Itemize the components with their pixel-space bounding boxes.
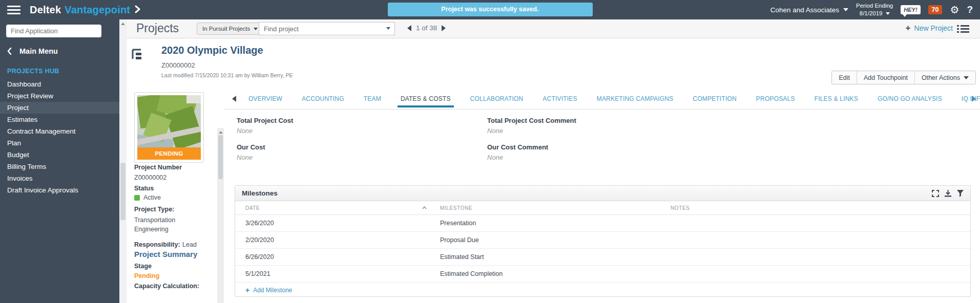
sidebar-item-budget[interactable]: Budget (0, 149, 119, 161)
sidebar-item-invoices[interactable]: Invoices (0, 172, 119, 184)
tabs-scroll-right-icon[interactable] (972, 96, 976, 102)
main-menu-back[interactable]: Main Menu (0, 40, 119, 60)
pagination-text: 1 of 38 (416, 24, 437, 32)
sidebar-item-project-review[interactable]: Project Review (0, 90, 119, 102)
project-type-value: Transportation Engineering (134, 215, 192, 234)
previous-record-icon[interactable] (407, 25, 411, 31)
period-value: 8/1/2019 (860, 10, 883, 17)
new-project-button[interactable]: + New Project (906, 24, 953, 32)
project-type-label: Project Type: (134, 206, 192, 213)
filter-icon[interactable] (957, 190, 964, 197)
hamburger-menu-icon[interactable] (7, 4, 20, 16)
sidebar-item-billing-terms[interactable]: Billing Terms (0, 161, 119, 172)
edit-button[interactable]: Edit (832, 71, 857, 84)
chevron-down-icon (964, 76, 969, 79)
next-record-icon[interactable] (442, 25, 446, 31)
project-number: Z00000002 (161, 61, 195, 69)
milestone-row[interactable]: 2/20/2020 Proposal Due (235, 232, 970, 249)
tabs: OVERVIEW ACCOUNTING TEAM DATES & COSTS C… (248, 88, 980, 110)
capacity-calculation-label: Capacity Calculation: (134, 283, 211, 290)
find-project-input[interactable] (259, 22, 395, 35)
tab-collaboration[interactable]: COLLABORATION (470, 88, 524, 110)
download-icon[interactable] (945, 190, 951, 197)
field-our-cost: Our Cost None (237, 143, 265, 161)
sidebar-item-project[interactable]: Project (0, 102, 119, 114)
sidebar-item-dashboard[interactable]: Dashboard (0, 78, 119, 90)
toast-message: Project was successfully saved. (388, 3, 593, 16)
company-dropdown[interactable]: Cohen and Associates (770, 6, 848, 14)
app-logo: Deltek Vantagepoint (30, 4, 140, 16)
other-actions-label: Other Actions (922, 74, 960, 81)
milestone-row[interactable]: 3/26/2020 Presentation (235, 215, 970, 232)
tab-team[interactable]: TEAM (364, 88, 381, 110)
project-filter-dropdown[interactable]: In Pursuit Projects (197, 23, 263, 35)
sidebar-item-draft-invoice-approvals[interactable]: Draft Invoice Approvals (0, 184, 119, 196)
chevron-down-icon (843, 8, 848, 11)
scroll-up-icon[interactable] (121, 23, 125, 25)
column-header-notes[interactable]: NOTES (671, 205, 970, 211)
alert-count-badge[interactable]: 70 (928, 5, 943, 14)
app-screen: Deltek Vantagepoint Project was successf… (0, 0, 980, 303)
tab-competition[interactable]: COMPETITION (693, 88, 737, 110)
list-view-icon[interactable] (957, 25, 969, 35)
hey-notification-icon[interactable]: HEY! (901, 5, 920, 14)
project-tabs-row: OVERVIEW ACCOUNTING TEAM DATES & COSTS C… (127, 88, 980, 110)
top-bar: Deltek Vantagepoint Project was successf… (0, 0, 980, 19)
gear-icon[interactable]: ⚙ (950, 5, 959, 15)
tab-proposals[interactable]: PROPOSALS (756, 88, 795, 110)
sidebar-item-contract-management[interactable]: Contract Management (0, 125, 119, 137)
scrollbar-thumb[interactable] (120, 163, 126, 220)
project-photo-card[interactable]: PENDING (134, 92, 204, 163)
add-milestone-label: Add Milestone (253, 287, 292, 294)
scroll-up-icon[interactable] (219, 131, 223, 134)
milestones-header: Milestones (235, 186, 970, 201)
find-application-input[interactable] (6, 25, 101, 37)
record-pagination: 1 of 38 (407, 24, 446, 32)
tab-marketing-campaigns[interactable]: MARKETING CAMPAIGNS (597, 88, 674, 110)
tab-files-links[interactable]: FILES & LINKS (815, 88, 858, 110)
column-header-milestone[interactable]: MILESTONE (440, 205, 671, 211)
field-total-project-cost: Total Project Cost None (237, 117, 293, 135)
project-thumbnail-image: PENDING (137, 95, 201, 160)
panel-scrollbar[interactable] (217, 128, 224, 303)
help-icon[interactable]: ? (967, 4, 973, 15)
tab-overview[interactable]: OVERVIEW (248, 88, 282, 110)
project-summary-panel: PENDING Project Number Z00000002 Status … (127, 88, 224, 303)
logo-secondary: Vantagepoint (65, 4, 130, 16)
topbar-right-cluster: Cohen and Associates Period Ending 8/1/2… (770, 2, 980, 17)
filter-dropdown-label: In Pursuit Projects (202, 26, 250, 32)
column-header-date[interactable]: DATE (235, 205, 440, 211)
page-header: Projects In Pursuit Projects 1 of 38 + N… (127, 19, 980, 38)
content-scrollbar[interactable] (119, 19, 127, 303)
logo-primary: Deltek (30, 4, 61, 16)
period-label: Period Ending (856, 2, 893, 10)
tab-accounting[interactable]: ACCOUNTING (302, 88, 344, 110)
dates-costs-content: Total Project Cost None Total Project Co… (224, 110, 980, 303)
scrollbar-thumb[interactable] (218, 135, 223, 179)
chevron-down-icon[interactable] (386, 27, 390, 30)
hierarchy-icon[interactable] (131, 49, 143, 62)
milestone-row[interactable]: 6/26/2020 Estimated Start (235, 249, 970, 266)
field-total-project-cost-comment: Total Project Cost Comment None (487, 117, 576, 135)
other-actions-button[interactable]: Other Actions (914, 71, 975, 84)
project-summary-link[interactable]: Project Summary (134, 250, 211, 258)
add-milestone-button[interactable]: + Add Milestone (235, 283, 970, 297)
field-our-cost-comment: Our Cost Comment None (487, 143, 548, 161)
sidebar-item-estimates[interactable]: Estimates (0, 114, 119, 125)
tab-back-icon[interactable] (232, 96, 236, 102)
tab-go-no-go-analysis[interactable]: GO/NO GO ANALYSIS (878, 88, 942, 110)
add-touchpoint-button[interactable]: Add Touchpoint (857, 71, 914, 84)
tab-dates-costs[interactable]: DATES & COSTS (401, 88, 451, 110)
milestone-row[interactable]: 5/1/2021 Estimated Completion (235, 266, 970, 283)
chevron-down-icon (254, 28, 258, 30)
chevron-left-icon (7, 48, 12, 55)
tab-activities[interactable]: ACTIVITIES (543, 88, 577, 110)
last-modified-text: Last modified 7/15/2020 10:31 am by Will… (161, 72, 293, 78)
page-title: Projects (136, 21, 179, 35)
expand-icon[interactable] (932, 190, 939, 197)
sidebar-item-plan[interactable]: Plan (0, 137, 119, 149)
period-ending-dropdown[interactable]: Period Ending 8/1/2019 (856, 2, 893, 17)
find-project-search (259, 22, 395, 35)
tab-iq-info[interactable]: IQ INFO (962, 88, 980, 110)
chevron-right-icon (135, 4, 140, 16)
